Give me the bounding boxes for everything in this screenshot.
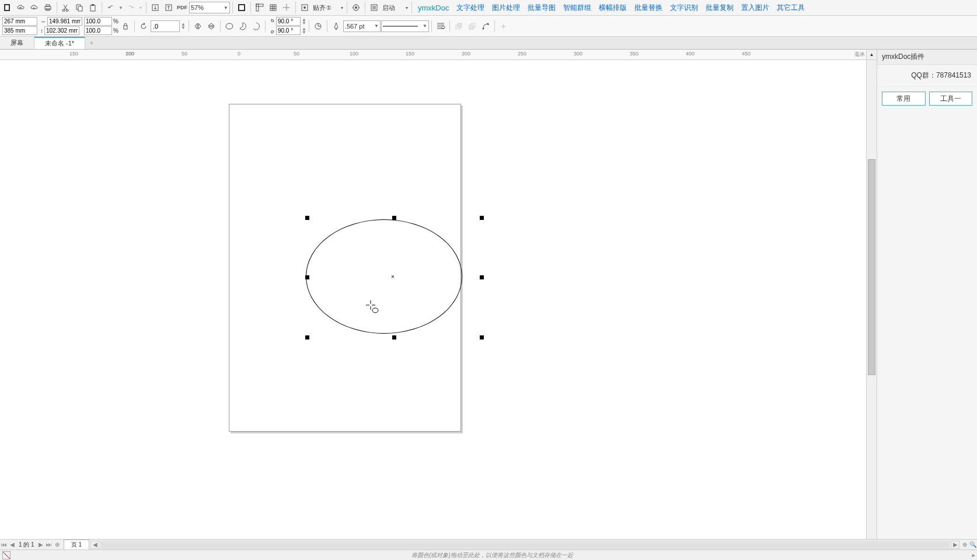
ruler-horizontal[interactable]: 200 150 100 50 0 50 100 150 200 250 300 … (0, 50, 866, 60)
color-palette-dock-icon[interactable]: ▸ (972, 552, 975, 558)
wrap-text-icon[interactable] (434, 20, 447, 33)
add-button-icon[interactable]: + (497, 20, 510, 33)
sy-input[interactable] (84, 26, 112, 35)
print-icon[interactable] (41, 1, 54, 14)
redo-dropdown-icon[interactable]: ▼ (138, 1, 144, 14)
ellipse-shape-icon[interactable] (223, 20, 236, 33)
vscroll-thumb[interactable] (868, 159, 875, 375)
menu-place-image[interactable]: 置入图片 (738, 3, 773, 13)
arc-shape-icon[interactable] (250, 20, 263, 33)
rotation-input[interactable] (151, 20, 180, 32)
outline-width-combo[interactable]: .567 pt ▼ (343, 20, 381, 32)
nav-first-icon[interactable]: ⏮ (0, 541, 8, 549)
x-input[interactable] (2, 17, 37, 26)
lock-ratio-icon[interactable] (119, 20, 132, 33)
sel-handle-se[interactable] (480, 335, 484, 340)
horizontal-scrollbar[interactable]: ◀ ▶ (90, 541, 959, 549)
menu-batch-copy[interactable]: 批量复制 (702, 3, 737, 13)
h-input[interactable] (44, 26, 79, 35)
mirror-h-icon[interactable] (191, 20, 204, 33)
convert-curves-icon[interactable] (479, 20, 492, 33)
pdf-icon[interactable]: PDF (176, 1, 189, 14)
arc1-input[interactable] (276, 17, 301, 26)
pie-shape-icon[interactable] (236, 20, 249, 33)
separator (232, 2, 233, 13)
tab-untitled[interactable]: 未命名 -1* (34, 37, 85, 49)
panel-btn-tools1[interactable]: 工具一 (929, 92, 973, 106)
page-tab-1[interactable]: 页 1 (64, 540, 89, 550)
menu-batch-replace[interactable]: 批量替换 (631, 3, 666, 13)
ellipse-object[interactable] (306, 219, 462, 334)
guides-icon[interactable] (280, 1, 293, 14)
nav-prev-icon[interactable]: ◀ (8, 541, 16, 549)
nav-navigator-icon[interactable]: 🔍 (969, 541, 977, 549)
page-navigator: ⏮ ◀ 1 的 1 ▶ ⏭ ⊕ 页 1 ◀ ▶ ⊕ 🔍 (0, 539, 977, 550)
menu-other-tools[interactable]: 其它工具 (773, 3, 808, 13)
ruler-corner[interactable]: ▲ (866, 50, 877, 60)
new-doc-icon[interactable] (1, 1, 14, 14)
cloud-open-icon[interactable] (15, 1, 27, 14)
scale-fields: % % (84, 17, 118, 35)
app-launch-icon[interactable] (368, 1, 381, 14)
cloud-save-icon[interactable] (28, 1, 41, 14)
fullscreen-icon[interactable] (235, 1, 248, 14)
no-fill-swatch[interactable] (2, 551, 11, 559)
menu-smart-group[interactable]: 智能群组 (560, 3, 595, 13)
export-icon[interactable] (162, 1, 175, 14)
drawing-canvas[interactable]: × (0, 60, 866, 539)
sel-handle-n[interactable] (392, 216, 396, 220)
launch-dropdown[interactable]: 启动 ▾ (381, 2, 409, 13)
undo-dropdown-icon[interactable]: ▼ (118, 1, 124, 14)
menu-banner-layout[interactable]: 横幅排版 (595, 3, 630, 13)
import-icon[interactable] (149, 1, 162, 14)
sel-handle-sw[interactable] (305, 335, 309, 340)
sx-input[interactable] (84, 17, 112, 26)
options-icon[interactable] (350, 1, 362, 14)
menu-text-process[interactable]: 文字处理 (453, 3, 488, 13)
nav-last-icon[interactable]: ⏭ (45, 541, 53, 549)
rotation-spinner-icon[interactable]: ▲▼ (180, 20, 186, 33)
nav-next-icon[interactable]: ▶ (37, 541, 45, 549)
snap-dropdown[interactable]: 贴齐 ① ▾ (312, 2, 344, 13)
arc2-input[interactable] (276, 26, 301, 35)
rulers-icon[interactable] (253, 1, 266, 14)
brand-link[interactable]: ymxkDoc (414, 4, 452, 12)
cut-icon[interactable] (60, 1, 72, 14)
separator (365, 2, 365, 13)
undo-icon[interactable] (104, 1, 117, 14)
zoom-combo[interactable]: 57% ▼ (189, 2, 230, 13)
sel-handle-s[interactable] (392, 335, 396, 340)
copy-icon[interactable] (73, 1, 86, 14)
svg-rect-9 (90, 5, 95, 11)
paste-icon[interactable] (86, 1, 99, 14)
menu-image-process[interactable]: 图片处理 (489, 3, 524, 13)
to-front-icon[interactable] (452, 20, 465, 33)
nav-add-page-icon[interactable]: ⊕ (53, 541, 61, 549)
sel-handle-w[interactable] (305, 275, 309, 279)
line-style-combo[interactable]: ▼ (381, 20, 429, 32)
mirror-v-icon[interactable] (205, 20, 218, 33)
menu-ocr[interactable]: 文字识别 (667, 3, 702, 13)
separator (347, 2, 347, 13)
outline-pen-icon[interactable] (330, 20, 343, 33)
y-input[interactable] (2, 26, 37, 35)
tab-screen[interactable]: 屏幕 (0, 37, 34, 49)
vertical-scrollbar[interactable] (866, 60, 877, 539)
snap-toggle-icon[interactable] (298, 1, 311, 14)
rotate-icon[interactable] (137, 20, 150, 33)
nav-zoom-tools-icon[interactable]: ⊕ (961, 541, 969, 549)
w-input[interactable] (47, 17, 82, 26)
sel-handle-nw[interactable] (305, 216, 309, 220)
sel-handle-ne[interactable] (480, 216, 484, 220)
to-back-icon[interactable] (466, 20, 479, 33)
direction-toggle-icon[interactable] (312, 20, 324, 33)
sel-handle-e[interactable] (480, 275, 484, 279)
hscroll-left-icon[interactable]: ◀ (91, 541, 99, 548)
hscroll-right-icon[interactable]: ▶ (951, 541, 959, 548)
panel-btn-common[interactable]: 常用 (882, 92, 926, 106)
redo-icon[interactable] (124, 1, 137, 14)
menu-batch-export[interactable]: 批量导图 (524, 3, 559, 13)
add-tab-button[interactable]: + (85, 37, 98, 49)
grid-icon[interactable] (267, 1, 280, 14)
hscroll-thumb[interactable] (100, 542, 950, 548)
